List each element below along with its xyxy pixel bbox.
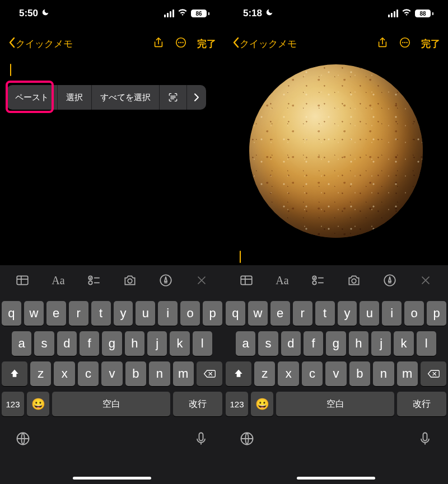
key-j[interactable]: j [147,331,167,356]
key-b[interactable]: b [349,361,370,386]
key-y[interactable]: y [114,301,133,326]
key-y[interactable]: y [338,301,357,326]
key-a[interactable]: a [236,331,255,356]
mic-icon[interactable] [417,431,433,449]
key-l[interactable]: l [193,331,212,356]
key-d[interactable]: d [281,331,301,356]
emoji-key[interactable]: 😀 [27,392,49,416]
menu-select[interactable]: 選択 [58,85,92,110]
key-w[interactable]: w [248,301,268,326]
key-q[interactable]: q [226,301,245,326]
globe-icon[interactable] [239,431,255,449]
svg-rect-21 [423,433,427,441]
key-e[interactable]: e [270,301,290,326]
done-button[interactable]: 完了 [421,37,440,50]
markup-icon[interactable] [153,268,178,293]
markup-icon[interactable] [377,268,402,293]
key-x[interactable]: x [54,361,74,386]
text-format-icon[interactable]: Aa [46,268,71,293]
table-icon[interactable] [10,268,35,293]
key-p[interactable]: p [203,301,222,326]
checklist-icon[interactable] [82,268,106,293]
numbers-key[interactable]: 123 [226,392,248,416]
key-t[interactable]: t [315,301,335,326]
home-indicator[interactable] [73,477,151,480]
key-v[interactable]: v [325,361,346,386]
key-g[interactable]: g [102,331,122,356]
camera-icon[interactable] [342,268,366,293]
key-q[interactable]: q [2,301,21,326]
key-m[interactable]: m [397,361,418,386]
key-p[interactable]: p [427,301,446,326]
return-key[interactable]: 改行 [397,392,446,416]
key-e[interactable]: e [46,301,66,326]
dnd-moon-icon [265,8,273,19]
key-h[interactable]: h [349,331,368,356]
table-icon[interactable] [234,268,259,293]
checklist-icon[interactable] [306,268,330,293]
emoji-key[interactable]: 😀 [251,392,273,416]
key-k[interactable]: k [394,331,413,356]
close-keyboard-icon[interactable] [413,268,438,293]
text-format-icon[interactable]: Aa [270,268,295,293]
key-j[interactable]: j [371,331,391,356]
menu-scan-text[interactable] [160,85,187,110]
space-key[interactable]: 空白 [52,392,170,416]
svg-point-19 [384,275,395,286]
back-button[interactable]: クイックメモ [232,37,297,51]
key-z[interactable]: z [30,361,51,386]
key-n[interactable]: n [373,361,394,386]
share-icon[interactable] [152,36,165,51]
menu-paste[interactable]: ペースト [7,85,58,110]
key-z[interactable]: z [254,361,275,386]
back-button[interactable]: クイックメモ [8,37,73,51]
globe-icon[interactable] [15,431,31,449]
chevron-left-icon [8,37,16,51]
key-c[interactable]: c [302,361,323,386]
key-k[interactable]: k [170,331,189,356]
backspace-key[interactable] [421,361,446,386]
menu-more-arrow[interactable] [187,85,206,110]
numbers-key[interactable]: 123 [2,392,24,416]
space-key[interactable]: 空白 [276,392,394,416]
key-u[interactable]: u [136,301,155,326]
key-f[interactable]: f [304,331,323,356]
shift-key[interactable] [226,361,251,386]
key-r[interactable]: r [293,301,312,326]
key-t[interactable]: t [91,301,111,326]
key-f[interactable]: f [80,331,99,356]
backspace-key[interactable] [197,361,222,386]
key-r[interactable]: r [69,301,88,326]
key-s[interactable]: s [34,331,54,356]
share-icon[interactable] [376,36,389,51]
done-button[interactable]: 完了 [197,37,216,50]
key-c[interactable]: c [78,361,99,386]
key-h[interactable]: h [125,331,144,356]
key-i[interactable]: i [158,301,178,326]
close-keyboard-icon[interactable] [189,268,214,293]
key-n[interactable]: n [149,361,170,386]
menu-select-all[interactable]: すべてを選択 [92,85,160,110]
camera-icon[interactable] [118,268,142,293]
return-key[interactable]: 改行 [173,392,222,416]
key-d[interactable]: d [57,331,77,356]
key-o[interactable]: o [404,301,424,326]
key-x[interactable]: x [278,361,298,386]
key-l[interactable]: l [417,331,436,356]
key-g[interactable]: g [326,331,346,356]
pasted-image[interactable] [242,56,430,246]
more-icon[interactable] [175,36,187,51]
key-b[interactable]: b [125,361,146,386]
key-w[interactable]: w [24,301,44,326]
key-m[interactable]: m [173,361,194,386]
mic-icon[interactable] [193,431,209,449]
more-icon[interactable] [399,36,411,51]
shift-key[interactable] [2,361,27,386]
key-i[interactable]: i [382,301,402,326]
key-a[interactable]: a [12,331,31,356]
key-o[interactable]: o [180,301,200,326]
home-indicator[interactable] [297,477,375,480]
key-u[interactable]: u [360,301,379,326]
key-s[interactable]: s [258,331,278,356]
key-v[interactable]: v [101,361,122,386]
